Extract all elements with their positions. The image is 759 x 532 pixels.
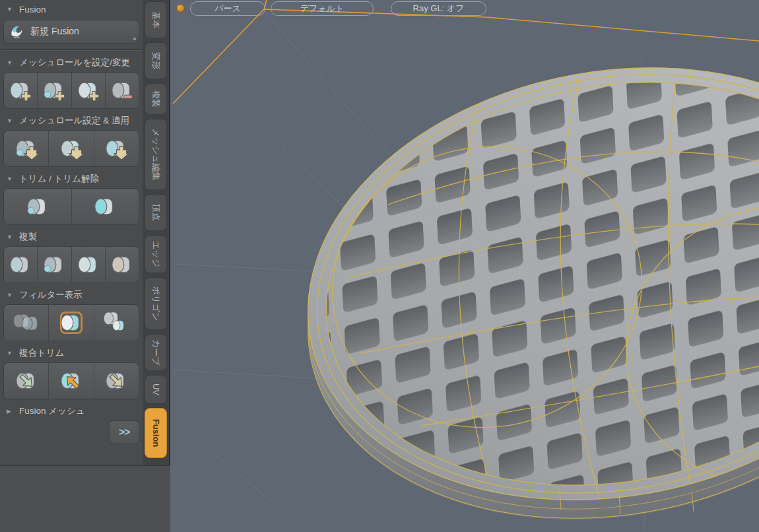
duplicate-solid-button[interactable] bbox=[105, 247, 139, 283]
add-strip-mesh-role-button[interactable] bbox=[4, 73, 37, 108]
section-label: トリム / トリム解除 bbox=[19, 173, 99, 185]
tab-label: 変形 bbox=[150, 52, 162, 69]
section-header-filter-display[interactable]: ▼ フィルター表示 bbox=[0, 288, 143, 302]
tab-label: ポリゴン bbox=[150, 286, 162, 321]
tab-mesh-edit[interactable]: メッシュ編集 bbox=[145, 119, 167, 190]
section-label: 複製 bbox=[19, 231, 37, 243]
button-row bbox=[3, 304, 139, 341]
add-side-mesh-role-button[interactable] bbox=[71, 73, 105, 108]
tab-label: カーブ bbox=[150, 339, 162, 366]
collapse-triangle-icon: ▼ bbox=[7, 234, 13, 240]
panel-title: Fusion bbox=[19, 5, 46, 15]
lower-panel bbox=[0, 465, 170, 532]
collapse-triangle-icon: ▼ bbox=[7, 59, 13, 66]
set-apply-notch-role-button[interactable] bbox=[4, 131, 48, 166]
compound-trim-apply-button[interactable] bbox=[94, 363, 139, 399]
button-row bbox=[3, 362, 139, 399]
shading-mode-button[interactable]: デフォルト bbox=[271, 1, 374, 16]
section-label: 複合トリム bbox=[19, 347, 64, 359]
duplicate-cap-button[interactable] bbox=[4, 247, 37, 283]
expand-panel-button[interactable]: >> bbox=[109, 420, 139, 444]
filter-show-stack-button[interactable] bbox=[94, 305, 139, 341]
section-header-set-mesh-role[interactable]: ▼ メッシュロールを設定/変更 bbox=[0, 56, 143, 69]
tab-fusion[interactable]: Fusion bbox=[145, 408, 167, 458]
3d-viewport-canvas[interactable] bbox=[170, 0, 759, 532]
tab-label: エッジ bbox=[150, 241, 162, 267]
panel-header-fusion[interactable]: ▼ Fusion bbox=[0, 3, 143, 16]
section-label: メッシュロール設定 & 適用 bbox=[19, 115, 129, 127]
duplicate-notch-button[interactable] bbox=[37, 247, 71, 283]
tab-basic[interactable]: 基本 bbox=[145, 1, 167, 38]
section-header-compound-trim[interactable]: ▼ 複合トリム bbox=[0, 347, 143, 360]
tab-label: 基本 bbox=[150, 11, 162, 28]
tab-vertex[interactable]: 頂点 bbox=[145, 194, 167, 231]
new-fusion-icon bbox=[9, 24, 25, 40]
tab-curve[interactable]: カーブ bbox=[145, 334, 167, 371]
raygl-toggle-button[interactable]: Ray GL: オフ bbox=[391, 1, 486, 16]
fusion-grate-disc-mesh bbox=[273, 21, 759, 532]
section-header-duplicate[interactable]: ▼ 複製 bbox=[0, 230, 143, 244]
section-header-fusion-mesh[interactable]: ▶ Fusion メッシュ bbox=[0, 405, 143, 418]
remove-mesh-role-button[interactable] bbox=[105, 73, 139, 108]
new-fusion-button[interactable]: 新規 Fusion bbox=[3, 20, 139, 44]
tab-label: UV bbox=[151, 383, 161, 395]
button-row bbox=[3, 188, 139, 225]
section-label: Fusion メッシュ bbox=[19, 405, 85, 417]
tab-duplicate[interactable]: 複製 bbox=[145, 83, 167, 115]
tab-uv[interactable]: UV bbox=[145, 375, 167, 404]
add-notch-mesh-role-button[interactable] bbox=[37, 73, 71, 108]
collapse-triangle-icon: ▼ bbox=[7, 292, 13, 298]
section-label: メッシュロールを設定/変更 bbox=[19, 57, 130, 69]
collapse-triangle-icon: ▼ bbox=[7, 176, 13, 182]
tab-polygon[interactable]: ポリゴン bbox=[145, 277, 167, 330]
compound-trim-nw-button[interactable] bbox=[48, 363, 93, 399]
section-header-trim[interactable]: ▼ トリム / トリム解除 bbox=[0, 172, 143, 185]
tab-label: 複製 bbox=[150, 90, 162, 108]
collapse-triangle-icon: ▼ bbox=[7, 6, 13, 13]
set-apply-cap-role-button[interactable] bbox=[94, 131, 139, 166]
3d-viewport[interactable]: パース デフォルト Ray GL: オフ bbox=[170, 0, 759, 532]
untrim-button[interactable] bbox=[71, 189, 139, 224]
filter-show-dimmed-button[interactable] bbox=[4, 305, 48, 341]
trim-button[interactable] bbox=[4, 189, 71, 224]
fusion-tool-panel: ▼ Fusion 新規 Fusion ▼ メッシュロールを設定/変更 ▼ メッシ… bbox=[0, 0, 143, 465]
duplicate-side-button[interactable] bbox=[71, 247, 105, 283]
tab-label: 頂点 bbox=[150, 204, 162, 221]
filter-show-focus-button[interactable] bbox=[48, 305, 93, 341]
section-header-mesh-role-apply[interactable]: ▼ メッシュロール設定 & 適用 bbox=[0, 114, 143, 127]
popup-corner-dot bbox=[133, 38, 136, 40]
button-row bbox=[3, 246, 139, 283]
tab-label: メッシュ編集 bbox=[150, 128, 162, 180]
collapse-triangle-icon: ▼ bbox=[7, 117, 13, 124]
camera-mode-button[interactable]: パース bbox=[190, 1, 265, 16]
tab-deform[interactable]: 変形 bbox=[145, 42, 167, 79]
collapse-triangle-icon: ▼ bbox=[7, 350, 13, 356]
set-apply-side-role-button[interactable] bbox=[48, 131, 93, 166]
compound-trim-se-button[interactable] bbox=[4, 363, 48, 399]
divider bbox=[1, 49, 141, 51]
section-label: フィルター表示 bbox=[19, 289, 82, 301]
collapsed-triangle-icon: ▶ bbox=[7, 408, 13, 415]
button-row bbox=[3, 72, 139, 109]
tab-edge[interactable]: エッジ bbox=[145, 235, 167, 273]
new-fusion-label: 新規 Fusion bbox=[30, 26, 79, 38]
tool-tab-strip: 基本 変形 複製 メッシュ編集 頂点 エッジ ポリゴン カーブ UV Fusio… bbox=[143, 0, 170, 465]
viewport-menu-dot[interactable] bbox=[176, 4, 185, 13]
tab-label: Fusion bbox=[151, 419, 161, 448]
expand-row: >> bbox=[0, 420, 139, 444]
button-row bbox=[3, 130, 139, 167]
